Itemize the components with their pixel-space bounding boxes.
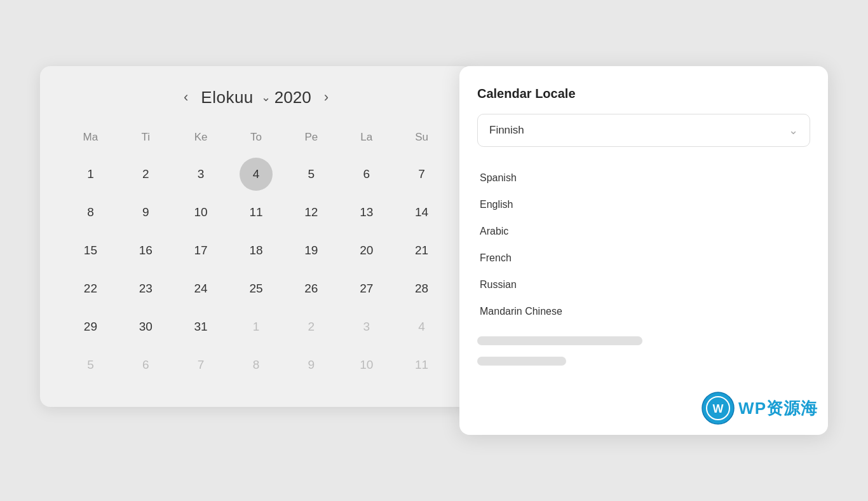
day-cell[interactable]: 21 [405, 234, 438, 267]
day-cell: 9 [295, 348, 328, 381]
locale-option-arabic[interactable]: Arabic [477, 218, 810, 245]
day-cell: 7 [184, 348, 217, 381]
day-cell[interactable]: 16 [129, 234, 162, 267]
day-header-ma: Ma [63, 126, 118, 155]
day-cell[interactable]: 28 [405, 272, 438, 305]
calendar-panel: ‹ Elokuu ⌄ 2020 › Ma Ti Ke To Pe La Su 1… [40, 66, 472, 407]
day-header-ke: Ke [173, 126, 229, 155]
year-chevron-icon: ⌄ [261, 90, 271, 104]
locale-option-mandarin-chinese[interactable]: Mandarin Chinese [477, 298, 810, 325]
day-cell[interactable]: 25 [240, 272, 273, 305]
day-cell[interactable]: 7 [405, 158, 438, 191]
day-cell[interactable]: 30 [129, 310, 162, 343]
locale-selected-value: Finnish [489, 124, 524, 137]
calendar-grid: Ma Ti Ke To Pe La Su [63, 126, 449, 155]
locale-option-spanish[interactable]: Spanish [477, 165, 810, 191]
next-month-button[interactable]: › [319, 86, 334, 108]
day-cell[interactable]: 2 [129, 158, 162, 191]
day-cell[interactable]: 19 [295, 234, 328, 267]
day-cell[interactable]: 31 [184, 310, 217, 343]
day-header-to: To [229, 126, 284, 155]
day-cell[interactable]: 3 [184, 158, 217, 191]
day-cell[interactable]: 18 [240, 234, 273, 267]
day-cell: 5 [74, 348, 107, 381]
day-cell[interactable]: 27 [350, 272, 383, 305]
day-cell[interactable]: 11 [240, 196, 273, 229]
day-cell[interactable]: 5 [295, 158, 328, 191]
day-cell[interactable]: 15 [74, 234, 107, 267]
main-container: ‹ Elokuu ⌄ 2020 › Ma Ti Ke To Pe La Su 1… [40, 66, 828, 435]
locale-panel-title: Calendar Locale [477, 86, 810, 101]
day-cell[interactable]: 22 [74, 272, 107, 305]
calendar-month: Elokuu [201, 88, 254, 107]
skeleton-bar-2 [477, 357, 566, 366]
locale-panel: Calendar Locale Finnish ⌄ SpanishEnglish… [459, 66, 828, 435]
wp-logo-icon: W [702, 392, 735, 425]
day-cell[interactable]: 17 [184, 234, 217, 267]
skeleton-bar-1 [477, 336, 642, 345]
locale-option-english[interactable]: English [477, 191, 810, 218]
day-cell[interactable]: 20 [350, 234, 383, 267]
day-cell[interactable]: 13 [350, 196, 383, 229]
day-cell[interactable]: 23 [129, 272, 162, 305]
day-cell[interactable]: 14 [405, 196, 438, 229]
day-cell: 1 [240, 310, 273, 343]
locale-list: SpanishEnglishArabicFrenchRussianMandari… [477, 165, 810, 325]
day-cell: 3 [350, 310, 383, 343]
day-cell[interactable]: 26 [295, 272, 328, 305]
day-cell[interactable]: 10 [184, 196, 217, 229]
day-cell: 4 [405, 310, 438, 343]
day-header-su: Su [394, 126, 449, 155]
calendar-days: 1234567891011121314151617181920212223242… [63, 155, 449, 384]
svg-text:W: W [713, 402, 724, 415]
locale-select-box[interactable]: Finnish ⌄ [477, 114, 810, 147]
day-cell: 8 [240, 348, 273, 381]
year-selector[interactable]: ⌄ 2020 [261, 88, 311, 107]
day-cell[interactable]: 4 [240, 158, 273, 191]
watermark-text: WP资源海 [738, 397, 818, 420]
calendar-year: 2020 [275, 88, 311, 107]
day-cell: 11 [405, 348, 438, 381]
day-cell[interactable]: 6 [350, 158, 383, 191]
day-cell: 10 [350, 348, 383, 381]
day-cell[interactable]: 24 [184, 272, 217, 305]
day-cell[interactable]: 29 [74, 310, 107, 343]
day-cell: 6 [129, 348, 162, 381]
prev-month-button[interactable]: ‹ [179, 86, 193, 108]
watermark: W WP资源海 [702, 392, 818, 425]
calendar-header: ‹ Elokuu ⌄ 2020 › [63, 86, 449, 108]
day-header-la: La [339, 126, 394, 155]
day-header-ti: Ti [118, 126, 173, 155]
day-cell[interactable]: 1 [74, 158, 107, 191]
day-header-pe: Pe [283, 126, 339, 155]
day-cell[interactable]: 8 [74, 196, 107, 229]
locale-option-russian[interactable]: Russian [477, 271, 810, 298]
day-cell[interactable]: 9 [129, 196, 162, 229]
day-cell[interactable]: 12 [295, 196, 328, 229]
day-cell: 2 [295, 310, 328, 343]
locale-select-chevron-icon: ⌄ [789, 123, 798, 137]
locale-option-french[interactable]: French [477, 245, 810, 271]
